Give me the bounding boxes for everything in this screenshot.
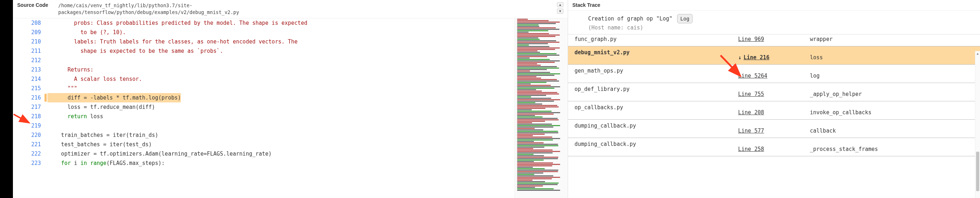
code-text: train_batches = iter(train_ds) [48, 131, 158, 140]
code-line[interactable]: 219 [13, 121, 515, 131]
code-line[interactable]: 221 test_batches = iter(test_ds) [13, 140, 515, 149]
minimap[interactable] [515, 18, 568, 198]
code-text: return loss [48, 112, 103, 121]
left-black-strip [0, 0, 13, 198]
code-text: labels: Truth labels for the classes, as… [48, 37, 298, 46]
frame-line-link[interactable]: Line 208 [737, 101, 808, 119]
line-number[interactable]: 212 [13, 56, 48, 65]
code-area[interactable]: 208 probs: Class probabilities predicted… [13, 18, 515, 198]
frame-function: _process_stack_frames [808, 138, 980, 156]
frame-function: invoke_op_callbacks [808, 101, 980, 119]
svg-line-1 [721, 55, 739, 75]
code-text: loss = tf.reduce_mean(diff) [48, 102, 155, 112]
spinner-up-icon[interactable]: ▲ [557, 2, 563, 7]
scrollbar-up-icon[interactable]: ▲ [976, 52, 979, 55]
frame-file: op_def_library.py [568, 83, 737, 94]
code-line[interactable]: 215 """ [13, 84, 515, 93]
code-text: to be (?, 10). [48, 28, 126, 37]
trace-creation-label: Creation of graph op "Log" [588, 16, 673, 22]
trace-scrollbar[interactable]: ▲ [975, 51, 980, 198]
line-number[interactable]: 208 [13, 18, 48, 28]
code-text [48, 121, 48, 131]
line-number[interactable]: 211 [13, 46, 48, 56]
stack-frame-row[interactable]: dumping_callback.pyLine 577callback [568, 120, 980, 138]
line-number[interactable]: 223 [13, 158, 48, 168]
source-code-panel: Source Code /home/cais/venv_tf_nightly/l… [13, 0, 568, 198]
frame-line-link[interactable]: Line 969 [737, 35, 808, 46]
code-line[interactable]: 216 diff = -labels * tf.math.log(probs) [13, 93, 515, 102]
frame-function: wrapper [808, 35, 980, 46]
code-line[interactable]: 223 for i in range(FLAGS.max_steps): [13, 158, 515, 168]
frame-line-link[interactable]: Line 258 [737, 138, 808, 156]
code-text: Returns: [48, 65, 93, 74]
code-text: shape is expected to be the same as `pro… [48, 46, 223, 56]
source-header: Source Code /home/cais/venv_tf_nightly/l… [13, 0, 568, 18]
code-line[interactable]: 218 return loss [13, 112, 515, 121]
line-number[interactable]: 221 [13, 140, 48, 149]
stack-frame-row[interactable]: func_graph.pyLine 969wrapper [568, 35, 980, 46]
frame-function: callback [808, 120, 980, 137]
code-line[interactable]: 217 loss = tf.reduce_mean(diff) [13, 102, 515, 112]
frame-function: log [808, 65, 980, 83]
stack-frame-row[interactable]: dumping_callback.pyLine 258_process_stac… [568, 138, 980, 156]
code-line[interactable]: 213 Returns: [13, 65, 515, 74]
log-op-button[interactable]: Log [677, 14, 692, 23]
path-spinner[interactable]: ▲ ▼ [557, 2, 563, 14]
stack-frame-row[interactable]: gen_math_ops.pyLine 5264log [568, 65, 980, 83]
code-line[interactable]: 210 labels: Truth labels for the classes… [13, 37, 515, 46]
line-number[interactable]: 210 [13, 37, 48, 46]
frame-file: gen_math_ops.py [568, 65, 737, 75]
code-line[interactable]: 212 [13, 56, 515, 65]
code-text: test_batches = iter(test_ds) [48, 140, 152, 149]
stack-trace-panel: Stack Trace Creation of graph op "Log" L… [568, 0, 980, 198]
line-number[interactable]: 213 [13, 65, 48, 74]
code-text: optimizer = tf.optimizers.Adam(learning_… [48, 149, 272, 158]
scrollbar-thumb[interactable] [976, 152, 979, 191]
trace-header: Stack Trace [568, 0, 980, 10]
frame-file: func_graph.py [568, 35, 737, 44]
frame-function: loss [808, 46, 980, 64]
line-number[interactable]: 216 [13, 93, 48, 102]
stack-frame-row[interactable]: op_def_library.pyLine 755_apply_op_helpe… [568, 83, 980, 101]
trace-info: Creation of graph op "Log" Log (Host nam… [568, 10, 980, 35]
arrow-annotation-right [718, 53, 750, 81]
code-text: probs: Class probabilities predicted by … [48, 18, 307, 28]
source-file-path: /home/cais/venv_tf_nightly/lib/python3.7… [58, 2, 239, 16]
trace-title: Stack Trace [572, 2, 600, 8]
stack-frame-row[interactable]: op_callbacks.pyLine 208invoke_op_callbac… [568, 101, 980, 120]
code-line[interactable]: 220 train_batches = iter(train_ds) [13, 131, 515, 140]
code-line[interactable]: 214 A scalar loss tensor. [13, 74, 515, 84]
line-marker [45, 94, 47, 102]
code-text: A scalar loss tensor. [48, 74, 142, 84]
trace-host-label: (Host name: cais) [588, 24, 643, 31]
code-text: """ [48, 84, 77, 93]
frame-line-link[interactable]: Line 755 [737, 83, 808, 101]
frame-file: dumping_callback.py [568, 120, 737, 131]
code-line[interactable]: 222 optimizer = tf.optimizers.Adam(learn… [13, 149, 515, 158]
line-number[interactable]: 209 [13, 28, 48, 37]
line-number[interactable]: 220 [13, 131, 48, 140]
code-line[interactable]: 209 to be (?, 10). [13, 28, 515, 37]
frame-file: dumping_callback.py [568, 138, 737, 149]
trace-table: func_graph.pyLine 969wrapperdebug_mnist_… [568, 35, 980, 198]
code-text [48, 56, 48, 65]
frame-file: op_callbacks.py [568, 101, 737, 112]
code-text: diff = -labels * tf.math.log(probs) [48, 93, 181, 102]
line-number[interactable]: 217 [13, 102, 48, 112]
arrow-annotation-left [13, 112, 31, 126]
code-text: for i in range(FLAGS.max_steps): [48, 158, 165, 168]
line-number[interactable]: 215 [13, 84, 48, 93]
code-line[interactable]: 208 probs: Class probabilities predicted… [13, 18, 515, 28]
line-number[interactable]: 214 [13, 74, 48, 84]
svg-line-0 [14, 114, 28, 122]
frame-file: debug_mnist_v2.py [568, 46, 737, 57]
code-line[interactable]: 211 shape is expected to be the same as … [13, 46, 515, 56]
frame-line-link[interactable]: Line 577 [737, 120, 808, 137]
spinner-down-icon[interactable]: ▼ [557, 9, 563, 14]
frame-function: _apply_op_helper [808, 83, 980, 101]
stack-frame-row[interactable]: debug_mnist_v2.py↓Line 216loss [568, 46, 980, 65]
source-title: Source Code [17, 2, 48, 8]
line-number[interactable]: 222 [13, 149, 48, 158]
